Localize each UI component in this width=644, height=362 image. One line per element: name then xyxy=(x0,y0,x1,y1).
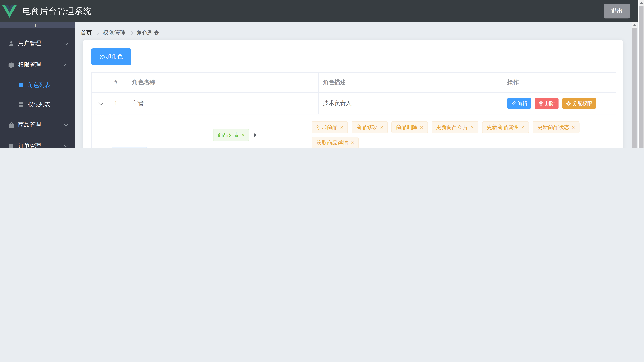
level3-permission-tag[interactable]: 添加商品× xyxy=(312,121,348,133)
breadcrumb-home[interactable]: 首页 xyxy=(80,29,92,36)
table-header-row: # 角色名称 角色描述 操作 xyxy=(92,72,616,93)
level3-permission-tag[interactable]: 更新商品属性× xyxy=(482,121,529,133)
chevron-right-icon xyxy=(129,30,133,35)
permission-subrow: 商品列表× 添加商品× 商品修改× xyxy=(213,119,616,148)
chevron-down-icon xyxy=(64,122,68,126)
tag-close-icon[interactable]: × xyxy=(242,132,245,138)
chevron-down-icon xyxy=(64,40,68,45)
col-index: # xyxy=(110,72,128,92)
sidebar-collapse-toggle[interactable]: ||| xyxy=(0,22,75,28)
edit-icon xyxy=(511,101,516,106)
trash-icon xyxy=(538,101,544,106)
add-role-button[interactable]: 添加角色 xyxy=(91,48,132,65)
table-row: 1 主管 技术负责人 编辑 删除 分配权限 xyxy=(92,93,616,114)
scroll-up-icon[interactable] xyxy=(640,2,643,4)
col-operations: 操作 xyxy=(503,72,616,92)
breadcrumb-item: 角色列表 xyxy=(136,29,159,36)
content-scrollbar[interactable] xyxy=(632,22,638,148)
level1-permission-tag[interactable]: 商品管理× xyxy=(111,147,148,148)
chevron-right-icon xyxy=(95,30,100,35)
col-expand xyxy=(92,72,110,92)
col-role-desc: 角色描述 xyxy=(319,72,503,92)
chevron-down-icon xyxy=(64,143,68,148)
grid-icon xyxy=(18,102,24,107)
delete-button[interactable]: 删除 xyxy=(535,98,559,109)
row-index: 1 xyxy=(110,93,128,114)
app-title: 电商后台管理系统 xyxy=(23,5,92,16)
sidebar-item-goods-management[interactable]: 商品管理 xyxy=(0,114,75,135)
assign-permission-button[interactable]: 分配权限 xyxy=(562,98,596,109)
level3-permission-tag[interactable]: 更新商品图片× xyxy=(432,121,478,133)
breadcrumb: 首页 权限管理 角色列表 xyxy=(80,25,159,40)
permission-group: 商品管理× 商品列表× xyxy=(111,119,616,148)
sidebar-item-user-management[interactable]: 用户管理 xyxy=(0,33,75,54)
bag-icon xyxy=(8,122,14,128)
window-scrollbar[interactable] xyxy=(638,0,644,148)
sidebar-item-permission-list[interactable]: 权限列表 xyxy=(0,95,75,114)
caret-right-icon xyxy=(254,133,257,137)
content-scrollbar-thumb[interactable] xyxy=(632,28,636,148)
level2-permission-tag[interactable]: 商品列表× xyxy=(213,129,250,141)
level3-permission-tag[interactable]: 商品修改× xyxy=(352,121,388,133)
sidebar-item-label: 权限列表 xyxy=(28,101,50,108)
collapse-row-icon[interactable] xyxy=(98,100,103,105)
sidebar-item-label: 角色列表 xyxy=(28,81,50,89)
sidebar-item-label: 订单管理 xyxy=(18,142,41,148)
tag-close-icon[interactable]: × xyxy=(420,124,423,131)
tag-close-icon[interactable]: × xyxy=(572,124,575,131)
role-name: 主管 xyxy=(128,93,319,114)
cube-icon xyxy=(8,62,14,68)
sidebar-item-label: 商品管理 xyxy=(18,121,41,128)
tag-close-icon[interactable]: × xyxy=(351,140,354,146)
roles-card: 添加角色 # 角色名称 角色描述 操作 1 主管 技术负责人 编辑 删除 分配权… xyxy=(83,40,623,148)
logout-button[interactable]: 退出 xyxy=(604,4,630,18)
role-desc: 技术负责人 xyxy=(319,93,503,114)
level3-permission-tag[interactable]: 获取商品详情× xyxy=(312,137,359,148)
user-icon xyxy=(8,40,14,46)
app-window: 电商后台管理系统 退出 ||| 用户管理 权限管理 角色列表 权限列表 xyxy=(0,0,644,148)
breadcrumb-item: 权限管理 xyxy=(103,29,126,36)
tag-close-icon[interactable]: × xyxy=(470,124,474,131)
level3-permission-tag[interactable]: 商品删除× xyxy=(392,121,428,133)
sidebar: ||| 用户管理 权限管理 角色列表 权限列表 商品管理 xyxy=(0,22,75,148)
sidebar-item-permission-management[interactable]: 权限管理 xyxy=(0,54,75,75)
sidebar-item-role-list[interactable]: 角色列表 xyxy=(0,76,75,95)
chevron-up-icon xyxy=(64,63,68,68)
tag-close-icon[interactable]: × xyxy=(380,124,384,131)
app-header: 电商后台管理系统 退出 xyxy=(0,0,638,22)
sidebar-item-order-management[interactable]: 订单管理 xyxy=(0,135,75,148)
vue-logo-icon xyxy=(2,5,17,17)
order-icon xyxy=(8,143,14,148)
scroll-up-icon[interactable] xyxy=(633,24,636,26)
grid-icon xyxy=(18,82,24,88)
permissions-panel: 商品管理× 商品列表× xyxy=(92,114,616,148)
sidebar-item-label: 权限管理 xyxy=(18,61,41,68)
sidebar-menu: 用户管理 权限管理 角色列表 权限列表 商品管理 xyxy=(0,28,75,148)
tag-close-icon[interactable]: × xyxy=(521,124,524,131)
edit-button[interactable]: 编辑 xyxy=(507,98,531,109)
sidebar-item-label: 用户管理 xyxy=(18,40,41,47)
tag-close-icon[interactable]: × xyxy=(340,124,344,131)
gear-icon xyxy=(566,101,571,106)
roles-table: # 角色名称 角色描述 操作 1 主管 技术负责人 编辑 删除 分配权限 xyxy=(91,72,616,148)
level3-permission-tag[interactable]: 更新商品状态× xyxy=(533,121,580,133)
col-role-name: 角色名称 xyxy=(128,72,319,92)
window-scrollbar-thumb[interactable] xyxy=(639,6,644,148)
